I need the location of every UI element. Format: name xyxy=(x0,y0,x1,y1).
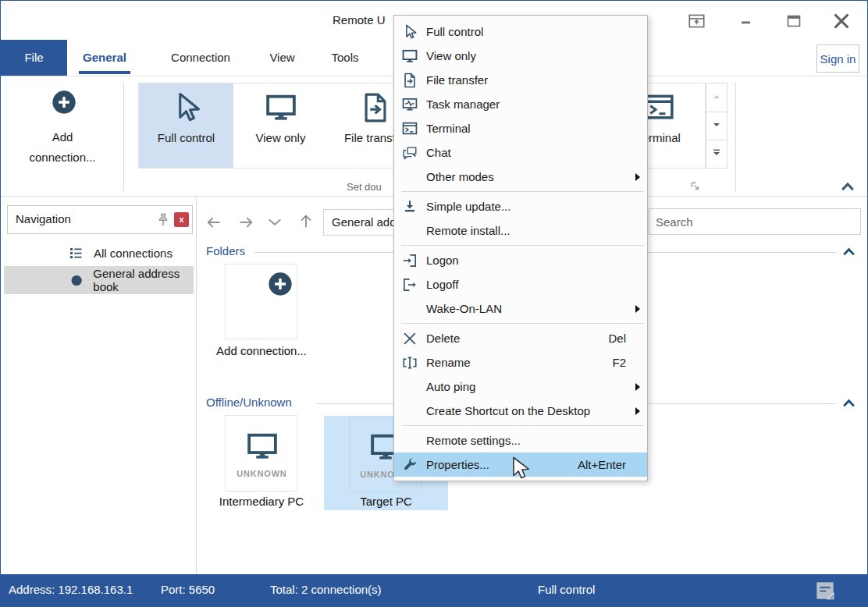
sidebar-item-general-address-book[interactable]: General address book xyxy=(4,266,194,294)
tab-file[interactable]: File xyxy=(1,40,67,76)
menu-item-shortcut: F2 xyxy=(612,356,647,369)
chevron-down-icon[interactable] xyxy=(265,214,284,231)
dialog-launcher-icon[interactable] xyxy=(689,180,702,193)
menu-item-logoff[interactable]: Logoff xyxy=(394,272,647,296)
menu-item-wake-on-lan[interactable]: Wake-On-LAN xyxy=(394,296,647,321)
menu-item-delete[interactable]: DeleteDel xyxy=(394,326,647,350)
tab-tools[interactable]: Tools xyxy=(321,40,369,76)
menu-item-remote-settings[interactable]: Remote settings... xyxy=(394,428,647,453)
menu-item-full-control[interactable]: Full control xyxy=(394,20,647,44)
menu-item-auto-ping[interactable]: Auto ping xyxy=(394,374,647,399)
collapse-offline-chevron-icon[interactable] xyxy=(842,398,856,408)
status-mode: Full control xyxy=(538,583,595,596)
computer-tile-intermediary[interactable]: UNKNOWN xyxy=(225,415,297,492)
add-connection-button[interactable]: Add connection... xyxy=(5,79,119,193)
sidebar-item-label: All connections xyxy=(94,247,173,260)
monitor-icon xyxy=(264,91,298,125)
menu-item-simple-update[interactable]: Simple update... xyxy=(394,194,647,218)
menu-item-label: Remote settings... xyxy=(426,434,521,447)
active-tab-underline xyxy=(79,71,130,74)
scroll-down-icon[interactable] xyxy=(710,119,723,131)
sign-in-button[interactable]: Sign in xyxy=(816,44,859,73)
computer-tile-label: Target PC xyxy=(324,495,448,508)
add-connection-tile[interactable] xyxy=(225,264,297,339)
plus-circle-icon xyxy=(268,272,293,296)
close-button[interactable] xyxy=(831,11,852,31)
submenu-arrow-icon xyxy=(635,383,640,391)
menu-item-icon-spacer xyxy=(401,403,418,420)
logon-icon xyxy=(401,252,418,269)
menu-item-label: Auto ping xyxy=(426,380,475,393)
menu-item-label: Rename xyxy=(426,356,471,369)
menu-item-label: Chat xyxy=(426,146,451,159)
menu-item-label: Simple update... xyxy=(426,200,510,213)
menu-item-icon-spacer xyxy=(401,432,418,449)
cursor-icon xyxy=(169,91,204,125)
menu-item-create-shortcut-on-the-desktop[interactable]: Create Shortcut on the Desktop xyxy=(394,399,647,423)
ribbon-button-label: View only xyxy=(256,131,306,144)
collapse-folders-chevron-icon[interactable] xyxy=(842,247,856,257)
computer-tile-label: Intermediary PC xyxy=(196,495,327,508)
menu-item-label: Task manager xyxy=(426,98,500,111)
file-transfer-icon xyxy=(401,72,418,89)
submenu-arrow-icon xyxy=(635,407,640,415)
menu-item-terminal[interactable]: Terminal xyxy=(394,116,647,140)
scroll-double-down-icon[interactable] xyxy=(710,147,723,159)
terminal-icon xyxy=(401,120,418,137)
menu-item-label: Delete xyxy=(426,332,460,345)
menu-item-other-modes[interactable]: Other modes xyxy=(394,165,647,189)
ribbon-button-view-only[interactable]: View only xyxy=(233,83,328,168)
app-window: Remote U File General Connection View To… xyxy=(0,0,868,607)
submenu-arrow-icon xyxy=(635,305,640,313)
mouse-cursor xyxy=(512,456,532,481)
maximize-button[interactable] xyxy=(784,11,803,31)
collapse-ribbon-button[interactable] xyxy=(686,11,707,31)
add-connection-label-2: connection... xyxy=(5,151,119,164)
minimize-button[interactable] xyxy=(738,11,756,31)
plus-circle-icon xyxy=(52,90,76,115)
monitor-icon xyxy=(244,429,281,463)
forward-arrow-icon[interactable] xyxy=(237,214,254,231)
menu-item-label: Other modes xyxy=(426,170,494,183)
ribbon-button-full-control[interactable]: Full control xyxy=(139,83,233,168)
menu-item-task-manager[interactable]: Task manager xyxy=(394,92,647,116)
status-bar: Address: 192.168.163.1 Port: 5650 Total:… xyxy=(1,574,868,607)
window-title: Remote U xyxy=(333,13,386,27)
address-book-circle-icon xyxy=(69,272,84,289)
wrench-icon xyxy=(401,456,418,474)
scroll-up-icon[interactable] xyxy=(710,91,723,103)
folders-section-label: Folders xyxy=(206,244,245,257)
pin-icon[interactable] xyxy=(155,211,172,229)
chat-icon xyxy=(401,144,418,162)
menu-item-icon-spacer xyxy=(401,378,418,396)
add-connection-tile-label: Add connection... xyxy=(196,344,327,357)
up-arrow-icon[interactable] xyxy=(297,212,315,231)
close-navigation-button[interactable]: x xyxy=(174,212,189,227)
status-port: Port: 5650 xyxy=(161,583,215,596)
menu-item-view-only[interactable]: View only xyxy=(394,44,647,68)
menu-item-label: Logon xyxy=(426,254,459,267)
log-notes-icon[interactable] xyxy=(813,578,838,603)
menu-item-rename[interactable]: RenameF2 xyxy=(394,350,647,374)
menu-item-file-transfer[interactable]: File transfer xyxy=(394,68,647,92)
status-badge: UNKNOWN xyxy=(226,469,298,478)
ribbon-separator xyxy=(123,82,124,191)
menu-separator xyxy=(401,323,644,324)
menu-item-chat[interactable]: Chat xyxy=(394,140,647,165)
menu-item-shortcut: Alt+Enter xyxy=(578,458,647,471)
nav-panel-divider xyxy=(196,196,197,574)
menu-item-logon[interactable]: Logon xyxy=(394,248,647,272)
menu-item-label: Logoff xyxy=(426,278,458,291)
status-address: Address: 192.168.163.1 xyxy=(9,583,133,596)
collapse-ribbon-chevron-icon[interactable] xyxy=(841,181,855,192)
sidebar-item-all-connections[interactable]: All connections xyxy=(1,241,196,264)
task-manager-icon xyxy=(401,96,418,113)
menu-item-icon-spacer xyxy=(401,222,418,240)
menu-separator xyxy=(401,425,644,426)
back-arrow-icon[interactable] xyxy=(205,214,222,231)
tab-connection[interactable]: Connection xyxy=(159,40,242,76)
menu-item-icon-spacer xyxy=(401,169,418,186)
tab-view[interactable]: View xyxy=(261,40,304,76)
menu-item-remote-install[interactable]: Remote install... xyxy=(394,218,647,243)
search-input[interactable] xyxy=(649,208,861,235)
